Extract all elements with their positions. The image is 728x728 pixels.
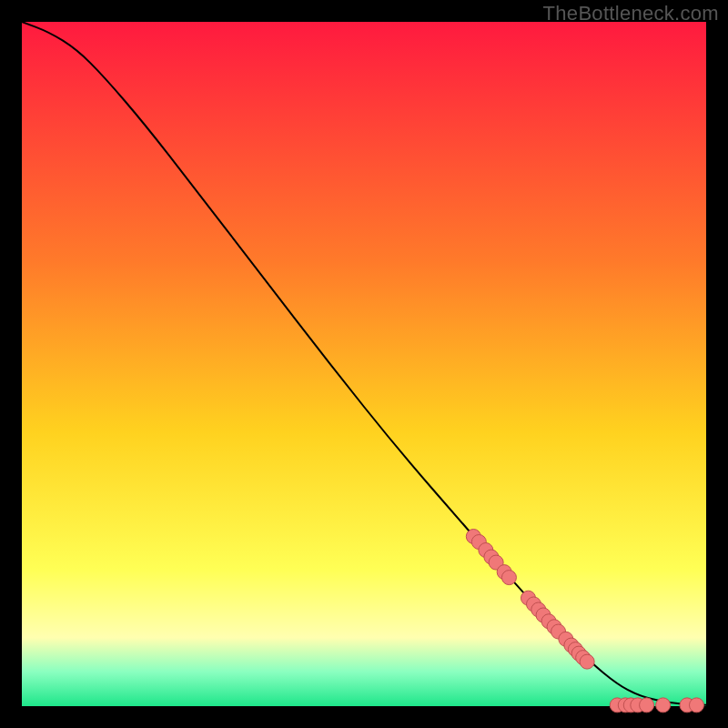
data-marker bbox=[501, 571, 516, 585]
data-marker bbox=[656, 698, 671, 713]
data-marker bbox=[689, 698, 703, 713]
data-marker bbox=[640, 698, 654, 713]
plot-background bbox=[22, 22, 706, 706]
data-marker bbox=[580, 654, 594, 669]
chart-frame: TheBottleneck.com bbox=[0, 0, 728, 728]
chart-svg bbox=[0, 0, 728, 728]
watermark-text: TheBottleneck.com bbox=[543, 2, 719, 25]
